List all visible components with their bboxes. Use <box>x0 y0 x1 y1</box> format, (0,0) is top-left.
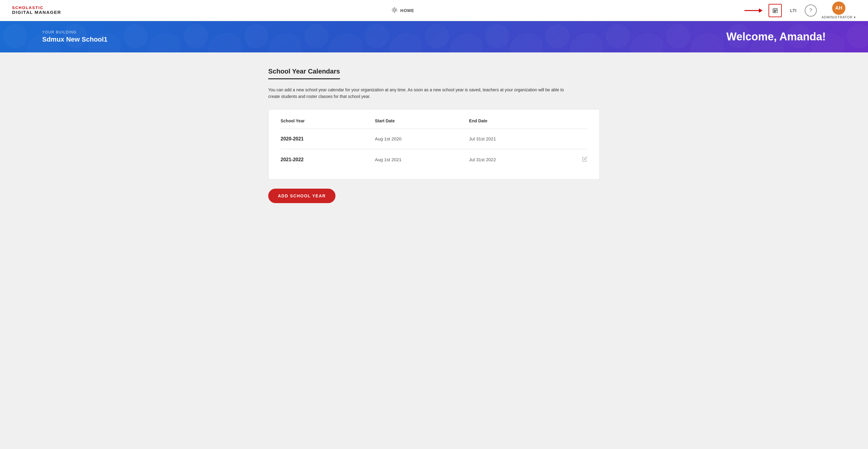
school-name: Sdmux New School1 <box>42 36 107 43</box>
svg-point-0 <box>394 9 396 11</box>
school-year-table-card: School Year Start Date End Date 2020-202… <box>268 109 600 180</box>
logo-scholastic: SCHOLASTIC <box>12 6 61 10</box>
welcome-message: Welcome, Amanda! <box>726 30 826 43</box>
start-date-value: Aug 1st 2021 <box>375 157 469 162</box>
svg-marker-7 <box>759 8 763 13</box>
col-header-school-year: School Year <box>281 119 375 123</box>
col-header-start-date: Start Date <box>375 119 469 123</box>
calendar-icon-button[interactable] <box>769 4 782 17</box>
home-label: HOME <box>400 8 414 13</box>
table-row: 2021-2022 Aug 1st 2021 Jul 31st 2022 <box>281 149 587 170</box>
end-date-value: Jul 31st 2022 <box>469 157 563 162</box>
col-header-end-date: End Date <box>469 119 563 123</box>
svg-rect-13 <box>775 10 775 11</box>
admin-label: ADMINISTRATOR ▾ <box>822 15 856 19</box>
add-school-year-button[interactable]: ADD SCHOOL YEAR <box>268 189 336 203</box>
svg-rect-12 <box>774 10 775 11</box>
logo: SCHOLASTIC DIGITAL MANAGER <box>12 6 61 15</box>
table-header-row: School Year Start Date End Date <box>281 119 587 127</box>
help-icon: ? <box>809 8 812 13</box>
avatar-initials: AH <box>835 5 842 11</box>
home-nav-item[interactable]: HOME <box>386 4 419 17</box>
home-icon <box>391 7 398 14</box>
school-year-value: 2021-2022 <box>281 157 375 162</box>
svg-rect-16 <box>775 11 775 12</box>
main-content: School Year Calendars You can add a new … <box>238 53 630 218</box>
section-title: School Year Calendars <box>268 67 340 79</box>
user-avatar[interactable]: AH <box>832 1 845 15</box>
svg-point-1 <box>393 8 397 12</box>
header-right: LTI ? AH ADMINISTRATOR ▾ <box>744 1 856 19</box>
table-row: 2020-2021 Aug 1st 2020 Jul 31st 2021 <box>281 129 587 149</box>
lti-button[interactable]: LTI <box>786 4 800 17</box>
svg-rect-14 <box>776 10 776 11</box>
your-building-label: YOUR BUILDING <box>42 30 107 34</box>
svg-rect-15 <box>774 11 775 12</box>
edit-icon[interactable] <box>582 156 587 163</box>
header: SCHOLASTIC DIGITAL MANAGER HOME <box>0 0 868 21</box>
end-date-value: Jul 31st 2021 <box>469 136 563 141</box>
school-year-value: 2020-2021 <box>281 136 375 141</box>
lti-label: LTI <box>790 8 796 13</box>
description-text: You can add a new school year calendar f… <box>268 87 569 100</box>
logo-digital-manager: DIGITAL MANAGER <box>12 10 61 15</box>
banner-left: YOUR BUILDING Sdmux New School1 <box>42 30 107 43</box>
banner: YOUR BUILDING Sdmux New School1 Welcome,… <box>0 21 868 53</box>
help-button[interactable]: ? <box>805 4 817 17</box>
start-date-value: Aug 1st 2020 <box>375 136 469 141</box>
header-nav: HOME <box>386 4 419 17</box>
arrow-indicator <box>744 6 763 15</box>
admin-text: ADMINISTRATOR ▾ <box>822 15 856 19</box>
